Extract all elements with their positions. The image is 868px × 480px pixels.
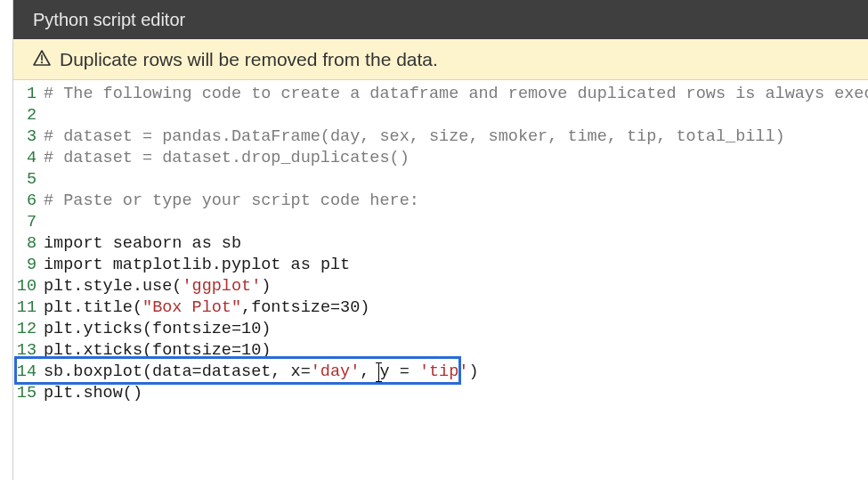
- token: "Box Plot": [142, 298, 241, 317]
- code-line[interactable]: 13plt.xticks(fontsize=10): [13, 340, 868, 362]
- line-number: 14: [13, 362, 44, 383]
- line-number: 10: [13, 276, 44, 297]
- code-content[interactable]: # The following code to create a datafra…: [44, 84, 868, 105]
- code-line[interactable]: 3# dataset = pandas.DataFrame(day, sex, …: [13, 126, 868, 148]
- code-line[interactable]: 2: [13, 105, 868, 126]
- code-line[interactable]: 8import seaborn as sb: [13, 233, 868, 255]
- code-line[interactable]: 15plt.show(): [13, 383, 868, 404]
- code-line[interactable]: 9import matplotlib.pyplot as plt: [13, 255, 868, 276]
- token: import: [44, 256, 113, 274]
- token: plt.xticks(fontsize=: [44, 341, 241, 360]
- token: ): [261, 320, 271, 338]
- token: plt.title(: [44, 298, 142, 317]
- line-number: 3: [13, 126, 44, 148]
- token: plt.style.use(: [44, 277, 182, 296]
- warning-bar: Duplicate rows will be removed from the …: [13, 39, 868, 80]
- code-editor[interactable]: 1# The following code to create a datafr…: [13, 80, 868, 404]
- token: sb.boxplot(data=dataset, x=: [44, 362, 311, 381]
- warning-icon: [33, 50, 51, 69]
- token: 10: [241, 341, 261, 360]
- token: as: [291, 256, 320, 274]
- code-line[interactable]: 4# dataset = dataset.drop_duplicates(): [13, 148, 868, 169]
- line-number: 9: [13, 255, 44, 276]
- line-number: 1: [13, 84, 44, 105]
- line-number: 8: [13, 233, 44, 255]
- line-number: 13: [13, 340, 44, 362]
- token: seaborn: [113, 234, 192, 253]
- code-line[interactable]: 11plt.title("Box Plot",fontsize=30): [13, 297, 868, 319]
- token: plt: [320, 256, 350, 274]
- warning-text: Duplicate rows will be removed from the …: [60, 39, 438, 80]
- line-number: 2: [13, 105, 44, 126]
- text-cursor: [378, 362, 379, 382]
- title-bar: Python script editor: [13, 0, 868, 39]
- line-number: 12: [13, 319, 44, 340]
- line-number: 6: [13, 191, 44, 212]
- token: ): [468, 362, 478, 381]
- token: , y =: [360, 362, 419, 381]
- token: ): [261, 341, 271, 360]
- token: 'day': [311, 362, 361, 381]
- code-content[interactable]: import matplotlib.pyplot as plt: [44, 255, 868, 276]
- code-line[interactable]: 1# The following code to create a datafr…: [13, 84, 868, 105]
- code-line[interactable]: 12plt.yticks(fontsize=10): [13, 319, 868, 340]
- token: ,fontsize=: [241, 298, 340, 317]
- line-number: 15: [13, 383, 44, 404]
- code-content[interactable]: sb.boxplot(data=dataset, x='day', y = 't…: [44, 362, 868, 383]
- token: sb: [222, 234, 241, 253]
- token: # dataset = dataset.drop_duplicates(): [44, 149, 410, 167]
- code-content[interactable]: plt.style.use('ggplot'): [44, 276, 868, 297]
- code-line[interactable]: 7: [13, 212, 868, 233]
- token: # dataset = pandas.DataFrame(day, sex, s…: [44, 127, 785, 146]
- editor-frame: Python script editor Duplicate rows will…: [12, 0, 868, 480]
- token: matplotlib.pyplot: [113, 256, 291, 274]
- token: plt.show(): [44, 384, 142, 403]
- line-number: 5: [13, 169, 44, 191]
- token: import: [44, 234, 113, 253]
- svg-point-1: [41, 61, 43, 63]
- code-line[interactable]: 10plt.style.use('ggplot'): [13, 276, 868, 297]
- token: ): [360, 298, 369, 317]
- code-content[interactable]: # Paste or type your script code here:: [44, 191, 868, 212]
- token: 'ggplot': [182, 277, 261, 296]
- code-content[interactable]: plt.xticks(fontsize=10): [44, 340, 868, 362]
- code-line[interactable]: 6# Paste or type your script code here:: [13, 191, 868, 212]
- code-line[interactable]: 5: [13, 169, 868, 191]
- token: # Paste or type your script code here:: [44, 191, 419, 210]
- token: plt.yticks(fontsize=: [44, 320, 241, 338]
- title-text: Python script editor: [33, 10, 185, 29]
- line-number: 11: [13, 297, 44, 319]
- token: as: [192, 234, 222, 253]
- token: 'tip': [419, 362, 469, 381]
- code-content[interactable]: plt.yticks(fontsize=10): [44, 319, 868, 340]
- code-content[interactable]: plt.title("Box Plot",fontsize=30): [44, 297, 868, 319]
- line-number: 7: [13, 212, 44, 233]
- code-line[interactable]: 14sb.boxplot(data=dataset, x='day', y = …: [13, 362, 868, 383]
- code-content[interactable]: import seaborn as sb: [44, 233, 868, 255]
- code-content[interactable]: # dataset = dataset.drop_duplicates(): [44, 148, 868, 169]
- token: ): [261, 277, 271, 296]
- token: 10: [241, 320, 261, 338]
- token: # The following code to create a datafra…: [44, 85, 868, 103]
- code-content[interactable]: plt.show(): [44, 383, 868, 404]
- token: 30: [340, 298, 360, 317]
- code-content[interactable]: # dataset = pandas.DataFrame(day, sex, s…: [44, 126, 868, 148]
- line-number: 4: [13, 148, 44, 169]
